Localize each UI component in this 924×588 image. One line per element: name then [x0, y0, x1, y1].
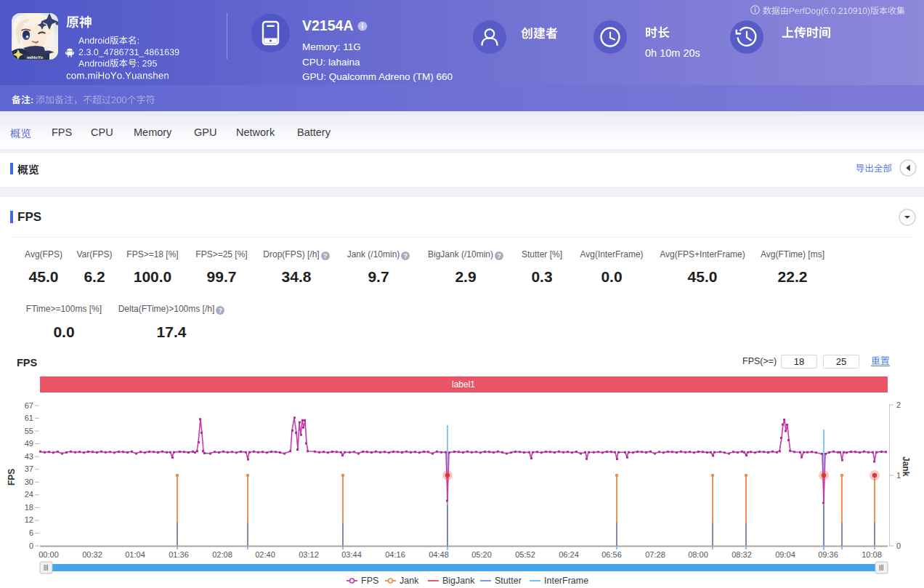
- svg-text:61: 61: [25, 414, 33, 422]
- svg-text:03:12: 03:12: [299, 550, 319, 559]
- svg-text:0: 0: [896, 541, 901, 550]
- svg-text:09:04: 09:04: [775, 550, 795, 559]
- svg-text:FPS: FPS: [7, 469, 17, 486]
- svg-text:01:36: 01:36: [169, 550, 189, 559]
- svg-text:37: 37: [25, 464, 33, 473]
- svg-text:FPS: FPS: [361, 576, 378, 586]
- svg-text:6: 6: [29, 528, 33, 537]
- svg-text:10:08: 10:08: [862, 550, 882, 559]
- svg-text:12: 12: [25, 515, 33, 524]
- svg-text:02:40: 02:40: [255, 550, 275, 559]
- svg-text:00:32: 00:32: [82, 550, 102, 559]
- svg-text:02:08: 02:08: [212, 550, 232, 559]
- svg-text:00:00: 00:00: [38, 550, 59, 559]
- svg-text:05:52: 05:52: [515, 550, 535, 559]
- svg-text:49: 49: [25, 439, 33, 448]
- svg-text:55: 55: [25, 427, 33, 435]
- svg-text:06:24: 06:24: [559, 550, 579, 559]
- svg-text:BigJank: BigJank: [442, 576, 475, 586]
- svg-text:Jank: Jank: [400, 576, 419, 586]
- svg-text:01:04: 01:04: [125, 550, 145, 559]
- svg-text:InterFrame: InterFrame: [544, 576, 588, 586]
- svg-text:43: 43: [25, 452, 33, 461]
- svg-text:label1: label1: [452, 379, 475, 390]
- svg-text:06:56: 06:56: [601, 550, 622, 559]
- svg-text:18: 18: [25, 503, 33, 512]
- svg-text:0: 0: [29, 541, 33, 550]
- svg-text:05:20: 05:20: [471, 550, 492, 559]
- svg-text:04:48: 04:48: [429, 550, 449, 559]
- svg-text:1: 1: [896, 471, 901, 480]
- svg-text:67: 67: [25, 401, 33, 410]
- svg-text:2: 2: [896, 400, 901, 409]
- svg-text:04:16: 04:16: [385, 550, 405, 559]
- svg-text:07:28: 07:28: [645, 550, 665, 559]
- svg-text:08:00: 08:00: [688, 550, 708, 559]
- svg-text:08:32: 08:32: [732, 550, 752, 559]
- svg-text:09:36: 09:36: [818, 550, 838, 559]
- svg-text:24: 24: [25, 490, 33, 499]
- svg-text:03:44: 03:44: [341, 550, 362, 559]
- svg-text:miHoYo: miHoYo: [27, 55, 44, 60]
- svg-text:Stutter: Stutter: [495, 576, 522, 586]
- svg-text:30: 30: [25, 478, 33, 486]
- svg-text:Jank: Jank: [901, 456, 911, 477]
